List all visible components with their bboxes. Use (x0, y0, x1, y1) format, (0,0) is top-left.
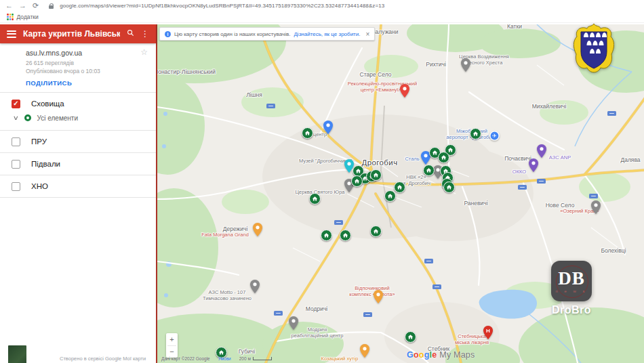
road-badge (589, 194, 598, 198)
road-badge (274, 311, 283, 316)
map-label: Михайлевичі (532, 103, 567, 110)
map-label: Модричі (306, 305, 327, 313)
shelter-marker[interactable] (405, 331, 416, 343)
map-label: Церква Святого Юра (296, 189, 345, 195)
sidebar-header: Карта укриттів Львівськ... ⋮ (0, 24, 156, 43)
map-label: Почаєвичі (504, 155, 531, 163)
map-label: Монастир-Лішнянський (156, 68, 216, 76)
layer-checkbox[interactable]: ✓ (12, 100, 20, 108)
map-label: Козацький хутір (321, 356, 359, 362)
apps-grid-icon[interactable] (7, 14, 14, 20)
scale-label: 200 м (239, 356, 251, 361)
layer-checkbox[interactable] (12, 160, 20, 169)
map-label: Відпочинковий комплекс «Золота» (349, 285, 395, 298)
map-thumbnail (8, 345, 26, 363)
browser-chrome: ← → ⟳ google.com/maps/d/viewer?mid=1UDpN… (0, 0, 644, 24)
terms-link[interactable]: Умови (218, 356, 231, 361)
shelter-marker[interactable] (443, 182, 455, 193)
poi-marker-purple (537, 144, 546, 158)
watermark-name: DroBro (551, 304, 592, 316)
road-badge (363, 312, 372, 317)
layer-label: ХНО (31, 182, 48, 190)
views-count: 26 615 переглядів (26, 59, 146, 67)
shelter-marker[interactable] (370, 226, 382, 237)
shelter-marker[interactable] (470, 128, 481, 140)
map-label: Залужани (371, 28, 398, 36)
map-label: Катки (507, 24, 522, 30)
map-label: Дережичі (223, 226, 248, 233)
poi-marker-blue-round: ✈ (489, 131, 500, 141)
lock-icon (49, 3, 54, 9)
kebab-menu-icon[interactable]: ⋮ (141, 29, 149, 39)
map-title: Карта укриттів Львівськ... (23, 29, 120, 39)
poi-marker-orange (374, 290, 383, 303)
poi-marker-orange (360, 344, 369, 358)
road-badge (334, 220, 343, 225)
shelter-marker[interactable] (302, 127, 313, 139)
back-icon[interactable]: ← (5, 2, 13, 9)
layer-item-2[interactable]: ПРУ (0, 131, 156, 153)
shelter-marker[interactable] (340, 230, 351, 241)
forward-icon[interactable]: → (19, 2, 26, 9)
google-wordmark: Google (407, 350, 437, 360)
share-button[interactable]: ПОДІЛИТИСЬ (26, 79, 146, 87)
road-badge (266, 104, 275, 108)
map-label: Рихтичі (426, 61, 446, 68)
zoom-control: + − (166, 333, 178, 358)
shelter-marker[interactable] (309, 193, 321, 205)
map-label: ОККО (512, 169, 526, 175)
layer-style-icon (24, 114, 31, 121)
bookmarks-label[interactable]: Додатки (17, 14, 39, 20)
shelter-marker[interactable] (384, 190, 396, 202)
chevron-down-icon[interactable]: ∨ (13, 114, 19, 121)
layer-elements-row[interactable]: ∨Усі елементи (0, 114, 156, 131)
menu-icon[interactable] (7, 30, 16, 38)
banner-close-icon[interactable]: × (365, 30, 369, 38)
banner-text: Цю карту створив один із наших користува… (174, 31, 290, 37)
banner-learn-link[interactable]: Дізнайтесь, як це зробити. (294, 31, 360, 37)
layer-item-3[interactable]: Підвали (0, 153, 156, 175)
map-label: Сталь (405, 156, 419, 162)
poi-marker-red-h: H (483, 326, 493, 339)
poi-marker-blue (323, 121, 333, 134)
road-badge (607, 111, 616, 116)
shelter-marker[interactable] (438, 152, 449, 163)
svg-text:H: H (486, 328, 490, 334)
road-badge (424, 259, 433, 263)
road-badge (537, 179, 546, 184)
map-label: Лішня (246, 91, 262, 99)
search-icon[interactable] (127, 29, 134, 39)
star-icon[interactable]: ☆ (140, 47, 148, 57)
map-label: Старе Село (360, 71, 392, 79)
poi-marker-red (400, 84, 409, 98)
watermark-subtitle: n e w s (555, 289, 587, 293)
shelter-marker[interactable] (423, 165, 435, 176)
refresh-icon[interactable]: ⟳ (33, 2, 39, 9)
poi-marker-gray (461, 58, 470, 72)
layer-elements-label: Усі елементи (37, 114, 78, 122)
url-bar[interactable]: google.com/maps/d/viewer?mid=1UDpNf1Bkhk… (60, 3, 384, 9)
shelter-marker[interactable] (351, 175, 363, 187)
layer-item-4[interactable]: ХНО (0, 175, 156, 198)
road-badge (432, 284, 441, 289)
map-label: Нове Село (546, 202, 575, 209)
shelter-marker[interactable] (394, 182, 405, 193)
poi-marker-gray (289, 316, 298, 330)
my-maps-label: My Maps (439, 350, 475, 360)
attribution-text: Дані карт ©2022 Google (161, 356, 210, 361)
zoom-in-button[interactable]: + (166, 333, 178, 345)
drobro-watermark-badge: DB n e w s (551, 261, 592, 301)
layer-label: Підвали (31, 160, 60, 168)
google-my-maps-logo[interactable]: GoogleMy Maps (407, 350, 475, 360)
source-link[interactable]: asu.lv.mns.gov.ua (26, 49, 146, 57)
shelter-marker[interactable] (370, 169, 382, 181)
map-attribution: Дані карт ©2022 Google Умови 200 м (161, 356, 272, 361)
map-info-panel: asu.lv.mns.gov.ua 26 615 переглядів Опуб… (0, 43, 156, 93)
layer-item-1[interactable]: ✓Сховища (0, 93, 156, 114)
map-label: АЗС Motto - 107 Тимчасово зачинено (203, 289, 251, 302)
map-label: Далява (620, 156, 640, 164)
layer-checkbox[interactable] (12, 182, 20, 191)
map-label: Болехівці (601, 247, 626, 255)
shelter-marker[interactable] (321, 230, 332, 241)
layer-checkbox[interactable] (12, 137, 20, 146)
